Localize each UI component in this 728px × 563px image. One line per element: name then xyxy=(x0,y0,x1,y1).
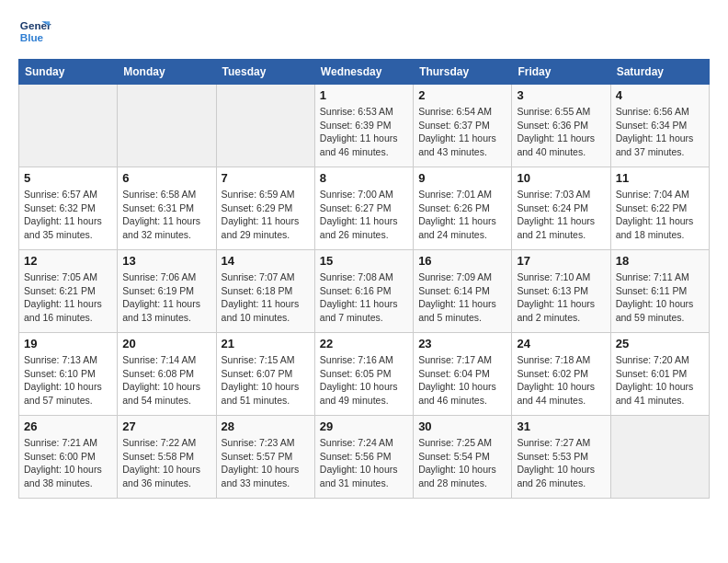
day-info: Sunrise: 7:08 AM Sunset: 6:16 PM Dayligh… xyxy=(320,270,408,325)
day-number: 22 xyxy=(320,337,408,350)
day-number: 28 xyxy=(222,419,310,433)
day-info: Sunrise: 7:23 AM Sunset: 5:57 PM Dayligh… xyxy=(222,436,310,490)
day-info: Sunrise: 7:17 AM Sunset: 6:04 PM Dayligh… xyxy=(418,353,506,408)
day-cell: 17Sunrise: 7:10 AM Sunset: 6:13 PM Dayli… xyxy=(512,250,610,333)
day-number: 7 xyxy=(222,171,310,185)
week-row-4: 19Sunrise: 7:13 AM Sunset: 6:10 PM Dayli… xyxy=(19,333,710,416)
day-info: Sunrise: 7:14 AM Sunset: 6:08 PM Dayligh… xyxy=(122,353,210,408)
day-number: 27 xyxy=(122,419,210,433)
day-number: 5 xyxy=(24,171,112,185)
day-info: Sunrise: 7:09 AM Sunset: 6:14 PM Dayligh… xyxy=(418,270,506,325)
day-number: 24 xyxy=(517,337,605,350)
day-cell: 7Sunrise: 6:59 AM Sunset: 6:29 PM Daylig… xyxy=(216,167,314,250)
header-cell-friday: Friday xyxy=(512,60,610,85)
day-info: Sunrise: 6:58 AM Sunset: 6:31 PM Dayligh… xyxy=(122,188,210,242)
day-number: 4 xyxy=(616,88,704,102)
header-cell-sunday: Sunday xyxy=(19,60,118,85)
day-info: Sunrise: 7:10 AM Sunset: 6:13 PM Dayligh… xyxy=(517,270,605,325)
day-info: Sunrise: 7:22 AM Sunset: 5:58 PM Dayligh… xyxy=(122,436,210,490)
day-cell: 30Sunrise: 7:25 AM Sunset: 5:54 PM Dayli… xyxy=(414,416,512,499)
day-cell: 5Sunrise: 6:57 AM Sunset: 6:32 PM Daylig… xyxy=(19,167,118,250)
logo: General Blue xyxy=(18,15,51,48)
header-cell-thursday: Thursday xyxy=(414,60,512,85)
logo-icon: General Blue xyxy=(18,15,51,48)
day-cell: 13Sunrise: 7:06 AM Sunset: 6:19 PM Dayli… xyxy=(118,250,216,333)
svg-text:Blue: Blue xyxy=(20,31,44,43)
day-info: Sunrise: 7:21 AM Sunset: 6:00 PM Dayligh… xyxy=(24,436,112,490)
header-row: SundayMondayTuesdayWednesdayThursdayFrid… xyxy=(19,60,710,85)
day-cell: 31Sunrise: 7:27 AM Sunset: 5:53 PM Dayli… xyxy=(512,416,610,499)
header-cell-wednesday: Wednesday xyxy=(314,60,413,85)
header-cell-monday: Monday xyxy=(118,60,216,85)
day-cell xyxy=(216,85,314,167)
day-number: 11 xyxy=(616,171,704,185)
day-cell: 15Sunrise: 7:08 AM Sunset: 6:16 PM Dayli… xyxy=(314,250,413,333)
day-cell: 12Sunrise: 7:05 AM Sunset: 6:21 PM Dayli… xyxy=(19,250,118,333)
day-cell: 1Sunrise: 6:53 AM Sunset: 6:39 PM Daylig… xyxy=(314,85,413,167)
day-cell: 18Sunrise: 7:11 AM Sunset: 6:11 PM Dayli… xyxy=(610,250,709,333)
day-number: 19 xyxy=(24,337,112,350)
day-info: Sunrise: 6:57 AM Sunset: 6:32 PM Dayligh… xyxy=(24,188,112,242)
day-number: 20 xyxy=(122,337,210,350)
day-cell xyxy=(610,416,709,499)
day-number: 13 xyxy=(122,254,210,268)
day-cell: 9Sunrise: 7:01 AM Sunset: 6:26 PM Daylig… xyxy=(414,167,512,250)
day-cell: 16Sunrise: 7:09 AM Sunset: 6:14 PM Dayli… xyxy=(414,250,512,333)
svg-text:General: General xyxy=(20,19,51,31)
day-info: Sunrise: 7:11 AM Sunset: 6:11 PM Dayligh… xyxy=(616,270,704,325)
day-cell: 22Sunrise: 7:16 AM Sunset: 6:05 PM Dayli… xyxy=(314,333,413,416)
day-info: Sunrise: 7:06 AM Sunset: 6:19 PM Dayligh… xyxy=(122,270,210,325)
day-number: 14 xyxy=(222,254,310,268)
day-info: Sunrise: 7:24 AM Sunset: 5:56 PM Dayligh… xyxy=(320,436,408,490)
day-info: Sunrise: 7:13 AM Sunset: 6:10 PM Dayligh… xyxy=(24,353,112,408)
day-number: 21 xyxy=(222,337,310,350)
day-cell: 26Sunrise: 7:21 AM Sunset: 6:00 PM Dayli… xyxy=(19,416,118,499)
day-number: 3 xyxy=(517,88,605,102)
day-cell: 25Sunrise: 7:20 AM Sunset: 6:01 PM Dayli… xyxy=(610,333,709,416)
day-info: Sunrise: 7:27 AM Sunset: 5:53 PM Dayligh… xyxy=(517,436,605,490)
week-row-2: 5Sunrise: 6:57 AM Sunset: 6:32 PM Daylig… xyxy=(19,167,710,250)
day-cell: 3Sunrise: 6:55 AM Sunset: 6:36 PM Daylig… xyxy=(512,85,610,167)
day-info: Sunrise: 7:07 AM Sunset: 6:18 PM Dayligh… xyxy=(222,270,310,325)
day-number: 18 xyxy=(616,254,704,268)
day-info: Sunrise: 7:01 AM Sunset: 6:26 PM Dayligh… xyxy=(418,188,506,242)
day-cell: 11Sunrise: 7:04 AM Sunset: 6:22 PM Dayli… xyxy=(610,167,709,250)
day-cell xyxy=(118,85,216,167)
day-cell: 23Sunrise: 7:17 AM Sunset: 6:04 PM Dayli… xyxy=(414,333,512,416)
day-info: Sunrise: 7:15 AM Sunset: 6:07 PM Dayligh… xyxy=(222,353,310,408)
day-info: Sunrise: 7:16 AM Sunset: 6:05 PM Dayligh… xyxy=(320,353,408,408)
page-header: General Blue xyxy=(18,15,710,48)
day-info: Sunrise: 6:59 AM Sunset: 6:29 PM Dayligh… xyxy=(222,188,310,242)
day-info: Sunrise: 6:55 AM Sunset: 6:36 PM Dayligh… xyxy=(517,105,605,159)
day-info: Sunrise: 6:56 AM Sunset: 6:34 PM Dayligh… xyxy=(616,105,704,159)
day-cell: 21Sunrise: 7:15 AM Sunset: 6:07 PM Dayli… xyxy=(216,333,314,416)
day-info: Sunrise: 6:53 AM Sunset: 6:39 PM Dayligh… xyxy=(320,105,408,159)
day-number: 26 xyxy=(24,419,112,433)
day-number: 25 xyxy=(616,337,704,350)
week-row-1: 1Sunrise: 6:53 AM Sunset: 6:39 PM Daylig… xyxy=(19,85,710,167)
calendar-table: SundayMondayTuesdayWednesdayThursdayFrid… xyxy=(18,59,710,499)
day-cell: 10Sunrise: 7:03 AM Sunset: 6:24 PM Dayli… xyxy=(512,167,610,250)
day-cell: 24Sunrise: 7:18 AM Sunset: 6:02 PM Dayli… xyxy=(512,333,610,416)
day-info: Sunrise: 7:18 AM Sunset: 6:02 PM Dayligh… xyxy=(517,353,605,408)
day-cell: 19Sunrise: 7:13 AM Sunset: 6:10 PM Dayli… xyxy=(19,333,118,416)
day-number: 29 xyxy=(320,419,408,433)
day-info: Sunrise: 7:05 AM Sunset: 6:21 PM Dayligh… xyxy=(24,270,112,325)
day-cell: 2Sunrise: 6:54 AM Sunset: 6:37 PM Daylig… xyxy=(414,85,512,167)
day-info: Sunrise: 7:00 AM Sunset: 6:27 PM Dayligh… xyxy=(320,188,408,242)
day-number: 9 xyxy=(418,171,506,185)
day-cell: 6Sunrise: 6:58 AM Sunset: 6:31 PM Daylig… xyxy=(118,167,216,250)
day-number: 17 xyxy=(517,254,605,268)
day-number: 1 xyxy=(320,88,408,102)
day-info: Sunrise: 7:25 AM Sunset: 5:54 PM Dayligh… xyxy=(418,436,506,490)
day-cell: 29Sunrise: 7:24 AM Sunset: 5:56 PM Dayli… xyxy=(314,416,413,499)
day-number: 8 xyxy=(320,171,408,185)
day-info: Sunrise: 7:20 AM Sunset: 6:01 PM Dayligh… xyxy=(616,353,704,408)
day-number: 31 xyxy=(517,419,605,433)
day-number: 6 xyxy=(122,171,210,185)
week-row-3: 12Sunrise: 7:05 AM Sunset: 6:21 PM Dayli… xyxy=(19,250,710,333)
day-number: 16 xyxy=(418,254,506,268)
day-number: 30 xyxy=(418,419,506,433)
day-cell: 8Sunrise: 7:00 AM Sunset: 6:27 PM Daylig… xyxy=(314,167,413,250)
day-number: 15 xyxy=(320,254,408,268)
